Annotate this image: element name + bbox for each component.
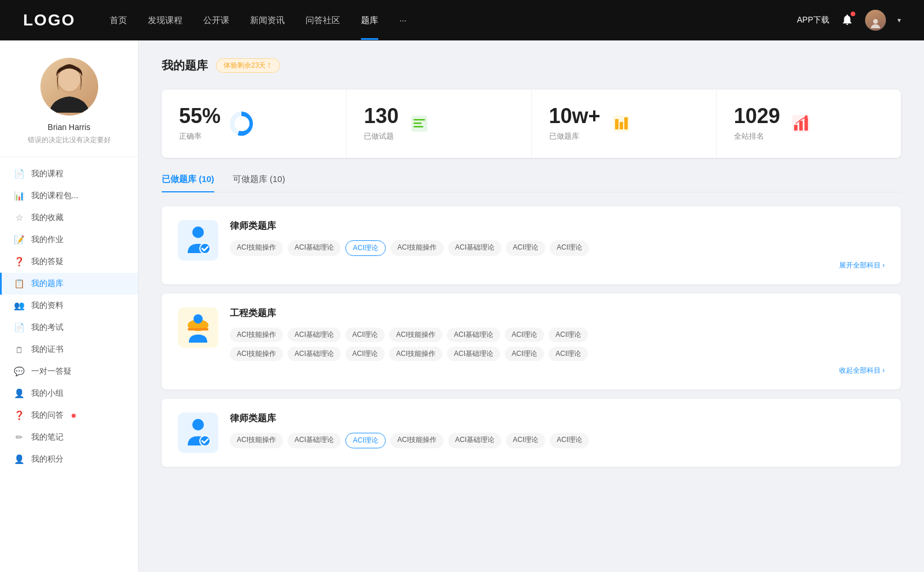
logo: LOGO — [23, 11, 75, 29]
svg-point-17 — [192, 226, 204, 238]
notes-icon: ✏ — [14, 432, 24, 443]
group-icon: 👤 — [14, 388, 24, 399]
sidebar-item-notes[interactable]: ✏ 我的笔记 — [0, 426, 138, 448]
stat-done-questions-icon — [408, 112, 431, 135]
page-wrapper: Brian Harris 错误的决定比没有决定要好 📄 我的课程 📊 我的课程包… — [0, 40, 924, 572]
eng-tag2-5[interactable]: ACI基础理论 — [447, 347, 500, 361]
bank-title-engineer: 工程类题库 — [230, 307, 885, 320]
tag-5[interactable]: ACI基础理论 — [448, 240, 501, 256]
sidebar-item-oneone[interactable]: 💬 一对一答疑 — [0, 361, 138, 382]
law2-tag-3[interactable]: ACI理论 — [345, 433, 386, 448]
eng-tag-5[interactable]: ACI基础理论 — [447, 328, 500, 342]
eng-tag-1[interactable]: ACI技能操作 — [230, 328, 283, 342]
bank-card-lawyer-1: 律师类题库 ACI技能操作 ACI基础理论 ACI理论 ACI技能操作 ACI基… — [162, 206, 901, 284]
eng-tag-3[interactable]: ACI理论 — [345, 328, 385, 342]
profile-avatar — [40, 58, 98, 116]
stat-rank: 1029 全站排名 — [717, 90, 901, 158]
sidebar-item-homework[interactable]: 📝 我的作业 — [0, 229, 138, 251]
nav-menu: 首页 发现课程 公开课 新闻资讯 问答社区 题库 ··· — [110, 15, 797, 26]
stat-accuracy-info: 55% 正确率 — [179, 106, 221, 142]
eng-tag2-2[interactable]: ACI基础理论 — [288, 347, 341, 361]
svg-point-23 — [192, 419, 204, 430]
sidebar-item-questionbank[interactable]: 📋 我的题库 — [0, 273, 138, 295]
bank-body-lawyer-2: 律师类题库 ACI技能操作 ACI基础理论 ACI理论 ACI技能操作 ACI基… — [230, 413, 885, 453]
questionbank-icon: 📋 — [14, 278, 24, 289]
profile-icon: 👥 — [14, 300, 24, 311]
tag-3[interactable]: ACI理论 — [345, 240, 386, 256]
eng-tag2-1[interactable]: ACI技能操作 — [230, 347, 283, 361]
tag-2[interactable]: ACI基础理论 — [288, 240, 341, 256]
svg-rect-10 — [620, 122, 623, 129]
svg-point-22 — [193, 314, 203, 324]
expand-link-lawyer-1[interactable]: 展开全部科目 › — [230, 261, 885, 270]
law2-tag-5[interactable]: ACI基础理论 — [448, 433, 501, 448]
svg-point-18 — [200, 243, 210, 254]
law2-tag-4[interactable]: ACI技能操作 — [390, 433, 444, 448]
eng-tag2-6[interactable]: ACI理论 — [505, 347, 544, 361]
tab-done[interactable]: 已做题库 (10) — [162, 174, 214, 192]
law2-tag-6[interactable]: ACI理论 — [506, 433, 545, 448]
tag-6[interactable]: ACI理论 — [506, 240, 545, 256]
course-icon: 📄 — [14, 169, 24, 179]
nav-home[interactable]: 首页 — [110, 15, 127, 26]
answers-icon: ❓ — [14, 257, 24, 267]
bank-card-engineer: 工程类题库 ACI技能操作 ACI基础理论 ACI理论 ACI技能操作 ACI基… — [162, 294, 901, 389]
sidebar-item-favorites[interactable]: ☆ 我的收藏 — [0, 207, 138, 229]
profile-name: Brian Harris — [12, 122, 126, 132]
notification-bell[interactable] — [841, 13, 854, 28]
bank-body-engineer: 工程类题库 ACI技能操作 ACI基础理论 ACI理论 ACI技能操作 ACI基… — [230, 307, 885, 376]
sidebar-item-answers[interactable]: ❓ 我的答疑 — [0, 251, 138, 273]
avatar[interactable] — [865, 10, 886, 31]
stat-done-banks-value: 10w+ — [549, 106, 601, 127]
stat-accuracy-value: 55% — [179, 106, 221, 127]
sidebar-item-certificate[interactable]: 🗒 我的证书 — [0, 339, 138, 361]
eng-tag2-4[interactable]: ACI技能操作 — [389, 347, 442, 361]
nav-questionbank[interactable]: 题库 — [361, 15, 378, 26]
expand-link-engineer[interactable]: 收起全部科目 › — [230, 366, 885, 376]
nav-opencourse[interactable]: 公开课 — [203, 15, 229, 26]
nav-qa[interactable]: 问答社区 — [305, 15, 340, 26]
sidebar-item-group[interactable]: 👤 我的小组 — [0, 382, 138, 404]
sidebar-item-coursepack[interactable]: 📊 我的课程包... — [0, 185, 138, 207]
homework-icon: 📝 — [14, 235, 24, 245]
stat-accuracy-label: 正确率 — [179, 131, 221, 142]
sidebar-item-profile[interactable]: 👥 我的资料 — [0, 295, 138, 317]
eng-tag-7[interactable]: ACI理论 — [549, 328, 588, 342]
law2-tag-1[interactable]: ACI技能操作 — [230, 433, 283, 448]
sidebar-item-exam[interactable]: 📄 我的考试 — [0, 317, 138, 339]
sidebar-item-myqa[interactable]: ❓ 我的问答 — [0, 404, 138, 426]
nav-more[interactable]: ··· — [399, 15, 407, 26]
bank-tags-lawyer-1: ACI技能操作 ACI基础理论 ACI理论 ACI技能操作 ACI基础理论 AC… — [230, 240, 885, 256]
svg-rect-5 — [413, 119, 425, 121]
sidebar-item-points[interactable]: 👤 我的积分 — [0, 448, 138, 470]
bank-tags-engineer-2: ACI技能操作 ACI基础理论 ACI理论 ACI技能操作 ACI基础理论 AC… — [230, 347, 885, 361]
bank-icon-engineer — [178, 307, 218, 348]
tag-1[interactable]: ACI技能操作 — [230, 240, 283, 256]
bank-body-lawyer-1: 律师类题库 ACI技能操作 ACI基础理论 ACI理论 ACI技能操作 ACI基… — [230, 220, 885, 270]
oneone-icon: 💬 — [14, 366, 24, 377]
account-dropdown-icon[interactable]: ▾ — [897, 16, 901, 24]
sidebar-item-course[interactable]: 📄 我的课程 — [0, 163, 138, 185]
eng-tag2-7[interactable]: ACI理论 — [549, 347, 588, 361]
stat-rank-icon — [789, 112, 813, 135]
trial-badge: 体验剩余23天！ — [216, 58, 280, 73]
eng-tag2-3[interactable]: ACI理论 — [345, 347, 385, 361]
eng-tag-4[interactable]: ACI技能操作 — [389, 328, 442, 342]
bank-icon-lawyer-1 — [178, 220, 218, 261]
nav-news[interactable]: 新闻资讯 — [250, 15, 285, 26]
stat-done-questions: 130 已做试题 — [346, 90, 531, 158]
tab-available[interactable]: 可做题库 (10) — [233, 174, 285, 192]
eng-tag-6[interactable]: ACI理论 — [505, 328, 544, 342]
bank-title-lawyer-1: 律师类题库 — [230, 220, 885, 232]
law2-tag-2[interactable]: ACI基础理论 — [288, 433, 341, 448]
eng-tag-2[interactable]: ACI基础理论 — [288, 328, 341, 342]
points-icon: 👤 — [14, 454, 24, 465]
law2-tag-7[interactable]: ACI理论 — [550, 433, 589, 448]
bank-icon-lawyer-2 — [178, 413, 218, 453]
svg-rect-7 — [413, 126, 423, 128]
app-download-link[interactable]: APP下载 — [797, 15, 829, 25]
tag-7[interactable]: ACI理论 — [550, 240, 589, 256]
tag-4[interactable]: ACI技能操作 — [390, 240, 444, 256]
stats-row: 55% 正确率 130 已做试题 — [162, 90, 901, 158]
nav-discover[interactable]: 发现课程 — [148, 15, 182, 26]
